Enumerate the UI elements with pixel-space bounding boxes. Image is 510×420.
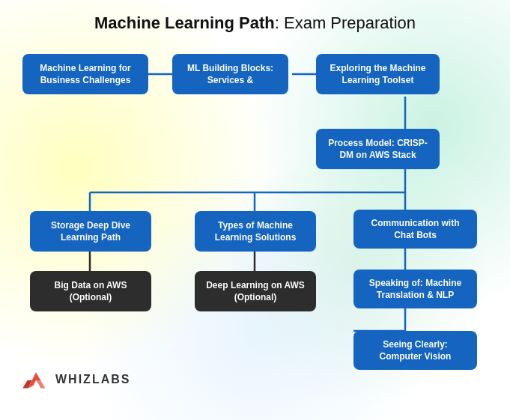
node-big-data: Big Data on AWS (Optional): [30, 271, 151, 311]
node-chat-bots: Communication with Chat Bots: [353, 210, 477, 249]
logo-text: WHIZLABS: [55, 373, 130, 386]
diagram: Machine Learning for Business Challenges…: [15, 46, 495, 391]
node-ml-business: Machine Learning for Business Challenges: [22, 54, 148, 94]
node-deep-learning: Deep Learning on AWS (Optional): [195, 271, 316, 311]
node-crisp-dm: Process Model: CRISP-DM on AWS Stack: [316, 129, 440, 169]
node-computer-vision: Seeing Clearly: Computer Vision: [353, 331, 477, 370]
node-ml-toolset: Exploring the Machine Learning Toolset: [316, 54, 440, 94]
page-title: Machine Learning Path: Exam Preparation: [15, 13, 495, 33]
node-ml-building-blocks: ML Building Blocks: Services &: [172, 54, 288, 94]
svg-marker-14: [36, 380, 45, 389]
node-types-ml: Types of Machine Learning Solutions: [195, 211, 316, 252]
logo: WHIZLABS: [22, 368, 130, 391]
node-translation-nlp: Speaking of: Machine Translation & NLP: [353, 270, 477, 308]
page-content: Machine Learning Path: Exam Preparation: [0, 0, 510, 420]
node-storage-deep-dive: Storage Deep Dive Learning Path: [30, 211, 151, 252]
whizlabs-logo-icon: [22, 368, 49, 391]
